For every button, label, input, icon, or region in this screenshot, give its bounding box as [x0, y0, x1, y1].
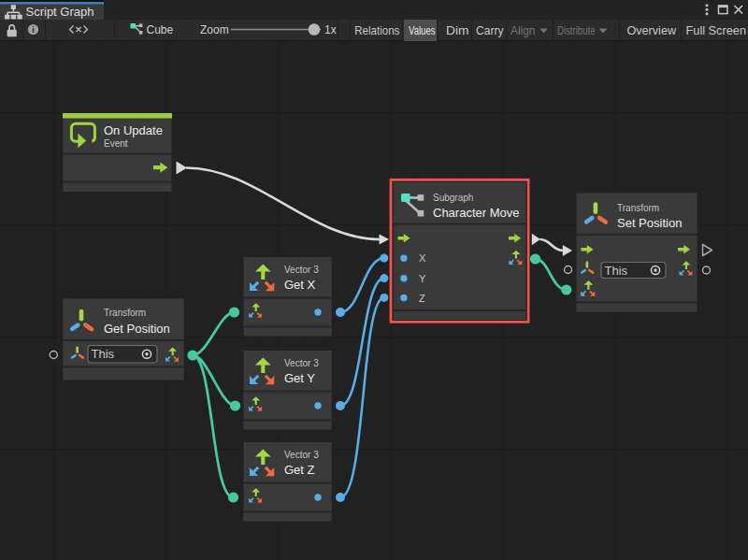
svg-text:Distribute: Distribute — [557, 23, 596, 37]
svg-text:Get Position: Get Position — [104, 322, 170, 336]
svg-text:Relations: Relations — [354, 23, 399, 37]
svg-text:Zoom: Zoom — [200, 23, 229, 36]
svg-text:Vector 3: Vector 3 — [284, 265, 319, 275]
svg-text:Get X: Get X — [284, 278, 316, 292]
svg-text:Transform: Transform — [104, 308, 146, 318]
svg-text:Dim: Dim — [446, 23, 469, 37]
svg-text:i: i — [32, 24, 35, 35]
svg-text:Vector 3: Vector 3 — [284, 358, 319, 368]
svg-text:Overview: Overview — [627, 23, 677, 37]
svg-text:Cube: Cube — [147, 23, 174, 36]
svg-text:Get Z: Get Z — [284, 463, 315, 477]
svg-text:This: This — [92, 347, 115, 361]
svg-text:Get Y: Get Y — [284, 371, 315, 385]
svg-text:Carry: Carry — [476, 23, 504, 37]
svg-text:Subgraph: Subgraph — [433, 193, 473, 203]
svg-text:Values: Values — [409, 23, 436, 37]
svg-text:1x: 1x — [324, 23, 337, 36]
svg-text:X: X — [419, 252, 426, 264]
svg-text:This: This — [605, 264, 628, 278]
svg-text:Align: Align — [511, 23, 536, 37]
svg-text:Set Position: Set Position — [617, 216, 682, 230]
svg-text:On Update: On Update — [104, 123, 163, 137]
svg-text:Event: Event — [104, 138, 128, 149]
svg-text:Vector 3: Vector 3 — [284, 450, 319, 460]
svg-text:Character Move: Character Move — [433, 206, 519, 220]
svg-text:Y: Y — [419, 273, 426, 284]
svg-text:Script Graph: Script Graph — [26, 5, 94, 19]
svg-text:Full Screen: Full Screen — [686, 23, 747, 37]
svg-text:Transform: Transform — [617, 203, 659, 213]
svg-text:Z: Z — [419, 293, 425, 304]
